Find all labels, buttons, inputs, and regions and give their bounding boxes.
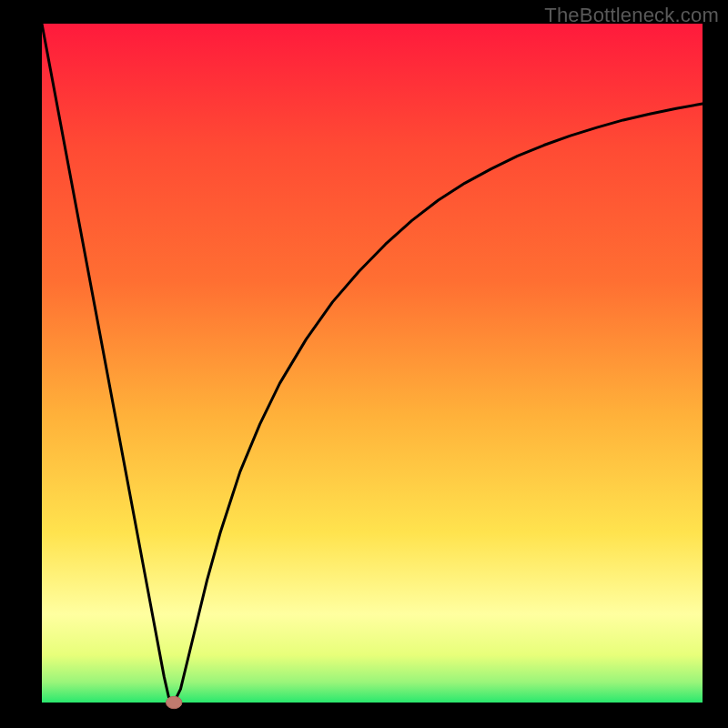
watermark-text: TheBottleneck.com: [544, 4, 719, 27]
optimal-point-marker: [166, 696, 181, 708]
bottleneck-chart: [0, 0, 728, 728]
chart-frame: { "watermark": "TheBottleneck.com", "col…: [0, 0, 728, 728]
